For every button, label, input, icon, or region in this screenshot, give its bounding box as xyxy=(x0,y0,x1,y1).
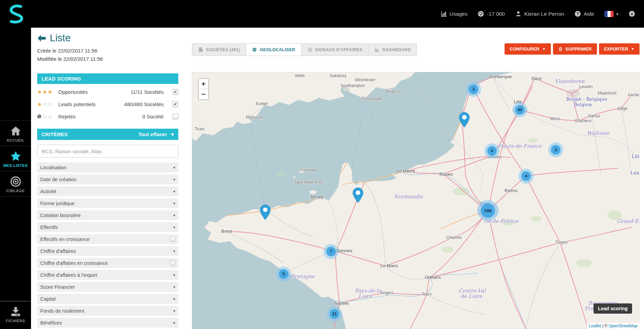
filter-activit[interactable]: Activité▾ xyxy=(37,186,178,196)
filter-checkbox[interactable] xyxy=(170,260,175,266)
filter-effectifs-en-croissance[interactable]: Effectifs en croissance xyxy=(37,234,178,244)
collapse-chevron-icon[interactable]: ▾ xyxy=(171,131,174,138)
filter-list: Localisation▾Date de création▾Activité▾F… xyxy=(37,162,178,329)
back-arrow-icon[interactable] xyxy=(37,34,46,42)
button-label: CONFIGURER xyxy=(510,47,539,52)
star-empty-icon: ☆ xyxy=(42,113,47,120)
map-pin-marker[interactable] xyxy=(459,112,470,128)
top-bar: Usages -17 000 Kieran Le Perron ? Aide xyxy=(0,0,644,28)
map-cluster-marker[interactable]: 4 xyxy=(519,169,534,184)
filter-date-de-cr-ation[interactable]: Date de création▾ xyxy=(37,174,178,184)
lead-category-label: Opportunités xyxy=(58,89,88,95)
tab-label: DASHBOARD xyxy=(382,47,411,52)
leaflet-link[interactable]: Leaflet xyxy=(589,324,601,328)
filter-label: Score Financier xyxy=(40,284,75,290)
filter-label: Fonds de roulement xyxy=(40,308,84,314)
star-rating-icon: ★★★ xyxy=(37,89,58,95)
sidebar-item-fichiers[interactable]: FICHIERS xyxy=(0,301,31,329)
lead-category-count: 0 Société xyxy=(142,114,173,119)
filter-label: Date de création xyxy=(40,177,76,182)
download-icon xyxy=(9,306,22,317)
modified-date: Modifiée le 22/02/2017 11:56 xyxy=(37,56,103,62)
bar-chart-icon xyxy=(440,11,447,17)
lead-category-checkbox[interactable] xyxy=(173,89,178,95)
tab-signaux-d-affaires[interactable]: SIGNAUX D'AFFAIRES xyxy=(301,44,369,56)
filter-cotation-boursi-re[interactable]: Cotation boursière▾ xyxy=(37,210,178,220)
cluster-count: 5 xyxy=(279,269,288,279)
map-cluster-marker[interactable]: 7 xyxy=(324,244,339,259)
filter-chiffre-d-affaires[interactable]: Chiffre d'affaires▾ xyxy=(37,246,178,256)
button-supprimer[interactable]: SUPPRIMER xyxy=(553,43,597,55)
filter-label: Bénéfices xyxy=(40,320,62,326)
star-empty-icon: ☆ xyxy=(48,101,53,108)
map-attribution: Leaflet | © OpenStreetMap xyxy=(587,323,640,329)
filter-capital[interactable]: Capital▾ xyxy=(37,294,178,304)
credits-value: -17 000 xyxy=(487,11,505,17)
usages-label: Usages xyxy=(450,11,468,17)
no-entry-icon: ⊘ xyxy=(37,113,42,119)
help-label: Aide xyxy=(584,11,594,17)
tab-dashboard[interactable]: DASHBOARD xyxy=(369,44,417,56)
power-close-icon: ✕ xyxy=(629,11,635,17)
credits-indicator[interactable]: -17 000 xyxy=(478,11,505,17)
map-cluster-marker[interactable]: 196 xyxy=(477,200,498,221)
chevron-down-icon: ▾ xyxy=(173,189,175,194)
chevron-down-icon: ▾ xyxy=(173,249,175,254)
cluster-count: 7 xyxy=(326,247,336,256)
filter-checkbox[interactable] xyxy=(170,237,175,242)
chevron-down-icon: ▾ xyxy=(173,273,175,277)
cluster-count: 21 xyxy=(330,309,339,319)
sidebar-item-ciblage[interactable]: CIBLAGE xyxy=(0,171,31,197)
lead-scoring-title: LEAD SCORING xyxy=(42,76,81,82)
logo-s-icon xyxy=(6,4,25,24)
filter-score-financier[interactable]: Score Financier▾ xyxy=(37,282,178,292)
tab-geolocaliser[interactable]: GEOLOCALISER xyxy=(246,44,301,56)
map-cluster-marker[interactable]: 3 xyxy=(466,82,481,97)
lead-category-count: 11/11 Sociétés xyxy=(131,89,173,95)
button-label: EXPORTER xyxy=(604,47,628,52)
filter-b-n-fices[interactable]: Bénéfices▾ xyxy=(37,318,178,328)
home-icon xyxy=(9,125,22,137)
lead-category-checkbox[interactable] xyxy=(173,101,178,107)
osm-link[interactable]: OpenStreetMap xyxy=(609,324,638,328)
map-pin-marker[interactable] xyxy=(259,204,271,220)
lead-category-checkbox[interactable] xyxy=(173,114,178,119)
usages-menu-item[interactable]: Usages xyxy=(440,11,468,17)
sidebar-item-accueil[interactable]: ACCUEIL xyxy=(0,120,31,146)
tab-label: GEOLOCALISER xyxy=(260,47,295,52)
map-cluster-marker[interactable]: 21 xyxy=(327,306,342,321)
filter-forme-juridique[interactable]: Forme juridique▾ xyxy=(37,198,178,208)
filter-localisation[interactable]: Localisation▾ xyxy=(37,162,178,172)
help-menu-item[interactable]: ? Aide xyxy=(574,11,594,17)
map-pin-marker[interactable] xyxy=(352,187,364,203)
chart-icon xyxy=(374,47,379,52)
user-menu-item[interactable]: Kieran Le Perron xyxy=(515,11,564,17)
zoom-out-button[interactable]: − xyxy=(199,89,208,99)
sidebar-nav: ACCUEILMES LISTESCIBLAGE xyxy=(0,120,31,197)
sidebar-item-mes-listes[interactable]: MES LISTES xyxy=(0,146,31,171)
filter-chiffre-d-affaires-en-croissance[interactable]: Chiffre d'affaires en croissance xyxy=(37,258,178,268)
map-canvas[interactable]: WellsSalisburyWinchesterSouthamptonPorts… xyxy=(192,72,640,329)
chevron-down-icon: ▼ xyxy=(631,47,634,51)
filter-chiffre-d-affaires-l-export[interactable]: Chiffre d'affaires à l'export▾ xyxy=(37,270,178,280)
zoom-in-button[interactable]: + xyxy=(199,79,208,89)
filter-fonds-de-roulement[interactable]: Fonds de roulement▾ xyxy=(37,306,178,316)
app-logo[interactable] xyxy=(0,0,31,28)
button-exporter[interactable]: EXPORTER▼ xyxy=(599,43,640,55)
map-cluster-marker[interactable]: 40 xyxy=(512,102,527,117)
chevron-down-icon: ▾ xyxy=(173,213,175,218)
clear-all-button[interactable]: Tout effacer xyxy=(138,132,167,137)
logout-button[interactable]: ✕ xyxy=(629,11,635,17)
language-selector[interactable]: ▾ xyxy=(604,11,618,17)
search-input[interactable] xyxy=(37,145,178,158)
map-cluster-marker[interactable]: 3 xyxy=(548,142,563,157)
button-configurer[interactable]: CONFIGURER▼ xyxy=(505,43,551,55)
filter-effectifs[interactable]: Effectifs▾ xyxy=(37,222,178,232)
filter-label: Forme juridique xyxy=(40,201,75,206)
filter-label: Localisation xyxy=(40,165,66,170)
cluster-count: 3 xyxy=(469,85,478,94)
map-cluster-marker[interactable]: 5 xyxy=(276,267,291,282)
map-cluster-marker[interactable]: 4 xyxy=(484,143,499,158)
chevron-down-icon: ▾ xyxy=(173,225,175,230)
tab-soci-t-s-491[interactable]: SOCIÉTÉS (491) xyxy=(192,44,246,56)
